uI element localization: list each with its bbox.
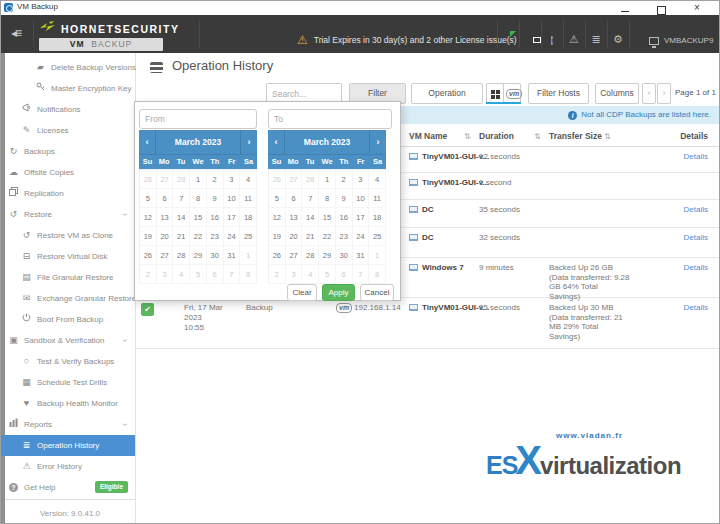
calendar-day[interactable]: 5 [269,189,286,208]
sidebar-item-restore-vm-as-clone[interactable]: ↺Restore VM as Clone [1,225,135,246]
calendar-day[interactable]: 20 [286,227,303,246]
calendar-day[interactable]: 7 [353,265,370,284]
vmware-platform-toggle[interactable]: vm [503,83,521,104]
calendar-day[interactable]: 27 [286,246,303,265]
prev-month-button[interactable]: ‹ [268,130,285,154]
calendar-day[interactable]: 14 [302,208,319,227]
alerts-icon[interactable]: ⚠ [569,34,579,45]
calendar-day[interactable]: 13 [157,208,174,227]
calendar-day[interactable]: 17 [224,208,241,227]
calendar-day[interactable]: 5 [190,265,207,284]
calendar-day[interactable]: 1 [369,246,386,265]
calendar-day[interactable]: 28 [173,170,190,189]
calendar-day[interactable]: 26 [269,170,286,189]
calendar-day[interactable]: 7 [224,265,241,284]
calendar-day[interactable]: 2 [140,265,157,284]
calendar-day[interactable]: 8 [190,189,207,208]
calendar-day[interactable]: 16 [207,208,224,227]
calendar-day[interactable]: 12 [140,208,157,227]
calendar-day[interactable]: 30 [336,246,353,265]
event-log-icon[interactable]: ≣ [591,34,600,45]
calendar-day[interactable]: 22 [319,227,336,246]
column-header-duration[interactable]: Duration [479,126,514,147]
calendar-day[interactable]: 28 [302,246,319,265]
calendar-day[interactable]: 1 [240,246,257,265]
calendar-day[interactable]: 11 [240,189,257,208]
calendar-day[interactable]: 10 [353,189,370,208]
details-link[interactable]: Details [684,303,708,312]
server-name[interactable]: VMBACKUP9 [649,36,713,45]
calendar-day[interactable]: 17 [353,208,370,227]
calendar-day[interactable]: 31 [224,246,241,265]
calendar-day[interactable]: 24 [353,227,370,246]
sidebar-item-delete-backup-versions[interactable]: ▰Delete Backup Versions [1,57,135,78]
columns-button[interactable]: Columns ▼ [595,83,639,104]
calendar-day[interactable]: 3 [353,170,370,189]
calendar-day[interactable]: 9 [207,189,224,208]
calendar-day[interactable]: 16 [336,208,353,227]
hyperv-platform-toggle[interactable] [486,83,504,104]
sidebar-item-licenses[interactable]: ✎Licenses [1,120,135,141]
apply-button[interactable]: Apply [322,284,355,301]
sidebar-item-exchange-granular-restore[interactable]: ✉Exchange Granular Restore [1,288,135,309]
calendar-day[interactable]: 19 [140,227,157,246]
calendar-day[interactable]: 21 [302,227,319,246]
calendar-day[interactable]: 11 [369,189,386,208]
prev-month-button[interactable]: ‹ [139,130,156,154]
calendar-day[interactable]: 18 [240,208,257,227]
calendar-day[interactable]: 2 [336,170,353,189]
sidebar-item-notifications[interactable]: Notifications [1,99,135,120]
sidebar-item-test-verify-backups[interactable]: ○Test & Verify Backups [1,351,135,372]
calendar-day[interactable]: 15 [319,208,336,227]
sidebar-item-master-encryption-key[interactable]: Master Encryption Key [1,78,135,99]
calendar-day[interactable]: 10 [224,189,241,208]
calendar-day[interactable]: 8 [369,265,386,284]
sidebar-item-reports[interactable]: Reports› [1,414,135,435]
calendar-day[interactable]: 3 [157,265,174,284]
calendar-day[interactable]: 23 [336,227,353,246]
calendar-day[interactable]: 4 [302,265,319,284]
calendar-day[interactable]: 27 [157,170,174,189]
calendar-day[interactable]: 26 [140,170,157,189]
calendar-day[interactable]: 25 [240,227,257,246]
calendar-day[interactable]: 9 [336,189,353,208]
filter-hosts-button[interactable]: Filter Hosts ▼ [528,83,589,104]
calendar-day[interactable]: 3 [286,265,303,284]
sidebar-item-get-help[interactable]: ?Get HelpEligible [1,477,135,498]
calendar-day[interactable]: 31 [353,246,370,265]
calendar-day[interactable]: 14 [173,208,190,227]
calendar-day[interactable]: 29 [190,246,207,265]
calendar-day[interactable]: 28 [173,246,190,265]
maximize-button[interactable] [645,1,677,15]
calendar-day[interactable]: 1 [190,170,207,189]
sidebar-item-boot-from-backup[interactable]: Boot From Backup [1,309,135,330]
calendar-day[interactable]: 15 [190,208,207,227]
calendar-day[interactable]: 28 [302,170,319,189]
sidebar-item-sandbox-verification[interactable]: ▣Sandbox & Verification› [1,330,135,351]
calendar-day[interactable]: 4 [173,265,190,284]
calendar-day[interactable]: 4 [369,170,386,189]
calendar-day[interactable]: 13 [286,208,303,227]
calendar-day[interactable]: 2 [269,265,286,284]
details-link[interactable]: Details [684,205,708,214]
details-link[interactable]: Details [684,263,708,272]
calendar-day[interactable]: 24 [224,227,241,246]
calendar-day[interactable]: 12 [269,208,286,227]
trial-warning[interactable]: ⚠ Trial Expires in 30 day(s) and 2 other… [297,33,517,47]
calendar-day[interactable]: 25 [369,227,386,246]
next-month-button[interactable]: › [369,130,386,154]
calendar-day[interactable]: 22 [190,227,207,246]
calendar-day[interactable]: 8 [240,265,257,284]
date-from-input[interactable] [139,109,257,129]
calendar-day[interactable]: 20 [157,227,174,246]
details-link[interactable]: Details [684,152,708,161]
sort-icon[interactable]: ⇅ [534,126,541,147]
calendar-day[interactable]: 6 [157,189,174,208]
calendar-day[interactable]: 29 [319,246,336,265]
calendar-day[interactable]: 26 [140,246,157,265]
calendar-day[interactable]: 23 [207,227,224,246]
sidebar-item-restore-virtual-disk[interactable]: ⊟Restore Virtual Disk [1,246,135,267]
minimize-button[interactable] [609,1,641,15]
calendar-day[interactable]: 3 [224,170,241,189]
calendar-day[interactable]: 6 [336,265,353,284]
